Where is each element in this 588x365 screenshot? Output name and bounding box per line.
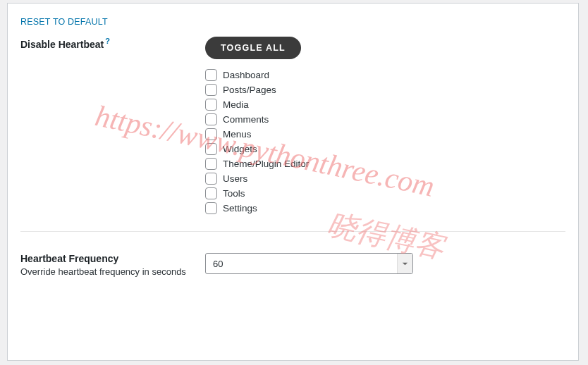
- list-item: Menus: [205, 127, 565, 142]
- checkbox-posts-pages[interactable]: [205, 84, 217, 96]
- list-item: Dashboard: [205, 68, 565, 82]
- checkbox-label[interactable]: Comments: [223, 114, 269, 125]
- heartbeat-frequency-select[interactable]: 60: [205, 253, 413, 274]
- checkbox-users[interactable]: [205, 173, 217, 185]
- checkbox-menus[interactable]: [205, 128, 217, 140]
- checkbox-widgets[interactable]: [205, 143, 217, 155]
- checkbox-label[interactable]: Tools: [223, 188, 245, 199]
- list-item: Tools: [205, 186, 565, 201]
- checkbox-label[interactable]: Media: [223, 99, 249, 110]
- disable-heartbeat-title: Disable Heartbeat: [20, 39, 104, 50]
- checkbox-label[interactable]: Theme/Plugin Editor: [223, 159, 309, 169]
- list-item: Users: [205, 171, 565, 186]
- checkbox-comments[interactable]: [205, 113, 217, 125]
- checkbox-label[interactable]: Widgets: [223, 144, 257, 154]
- list-item: Comments: [205, 112, 565, 127]
- list-item: Posts/Pages: [205, 82, 565, 97]
- checkbox-theme-plugin-editor[interactable]: [205, 158, 217, 170]
- heartbeat-frequency-section: Heartbeat Frequency Override heartbeat f…: [8, 232, 578, 277]
- checkbox-label[interactable]: Users: [223, 173, 247, 184]
- help-icon[interactable]: ?: [105, 37, 110, 45]
- settings-panel: RESET TO DEFAULT Disable Heartbeat? TOGG…: [7, 3, 579, 361]
- checkbox-settings[interactable]: [205, 202, 217, 214]
- checkbox-dashboard[interactable]: [205, 69, 217, 81]
- checkbox-label[interactable]: Menus: [223, 129, 252, 140]
- checkbox-tools[interactable]: [205, 187, 217, 199]
- disable-heartbeat-label-col: Disable Heartbeat?: [20, 37, 205, 51]
- heartbeat-options-list: Dashboard Posts/Pages Media Comments Men…: [205, 68, 565, 216]
- heartbeat-frequency-description: Override heartbeat frequency in seconds: [20, 266, 205, 277]
- toggle-all-button[interactable]: TOGGLE ALL: [205, 37, 301, 59]
- checkbox-label[interactable]: Settings: [223, 203, 257, 214]
- heartbeat-frequency-title: Heartbeat Frequency: [20, 253, 205, 264]
- list-item: Widgets: [205, 142, 565, 156]
- frequency-control-col: 60: [205, 253, 565, 274]
- list-item: Media: [205, 97, 565, 112]
- checkbox-label[interactable]: Posts/Pages: [223, 85, 276, 95]
- list-item: Settings: [205, 201, 565, 216]
- reset-to-default-link[interactable]: RESET TO DEFAULT: [20, 17, 108, 27]
- list-item: Theme/Plugin Editor: [205, 156, 565, 171]
- disable-heartbeat-row: Disable Heartbeat? TOGGLE ALL Dashboard …: [20, 37, 565, 216]
- frequency-label-col: Heartbeat Frequency Override heartbeat f…: [20, 253, 205, 277]
- checkbox-label[interactable]: Dashboard: [223, 70, 269, 80]
- disable-heartbeat-controls: TOGGLE ALL Dashboard Posts/Pages Media C…: [205, 37, 565, 216]
- disable-heartbeat-section: RESET TO DEFAULT Disable Heartbeat? TOGG…: [8, 4, 578, 216]
- frequency-select-wrap: 60: [205, 253, 413, 274]
- checkbox-media[interactable]: [205, 99, 217, 111]
